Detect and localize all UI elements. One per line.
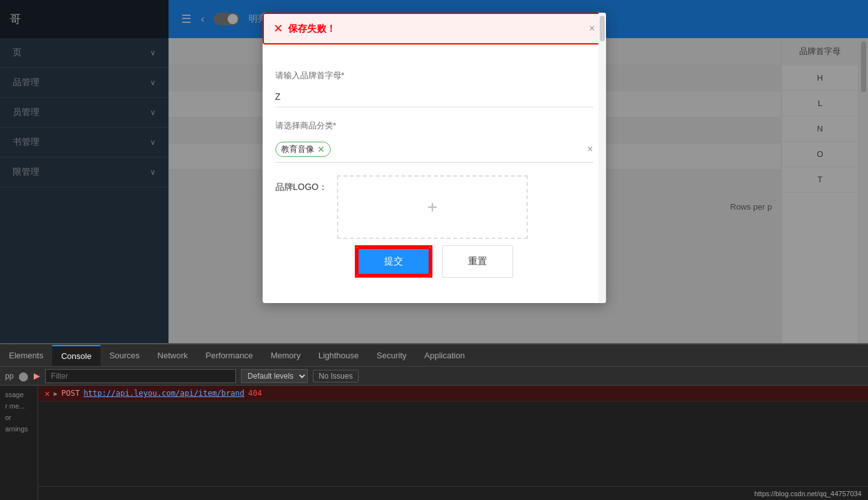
devtools-panel: Elements Console Sources Network Perform…: [0, 343, 868, 500]
console-source-label: pp: [5, 372, 13, 381]
logo-row: 品牌LOGO： +: [275, 175, 593, 239]
devtools-main: ✕ ▶ POST http://api.leyou.com/api/item/b…: [38, 386, 868, 500]
devtools-toolbar: pp ⬤ ▶ Default levels No Issues: [0, 367, 868, 386]
no-issues-button[interactable]: No Issues: [313, 370, 358, 382]
error-count: ▶: [34, 371, 40, 381]
default-levels-select[interactable]: Default levels: [241, 369, 308, 383]
page-wrapper: 哥 页 ∨ 品管理 ∨ 员管理 ∨ 书管理 ∨ 限管理 ∨: [0, 0, 868, 500]
status-url: https://blog.csdn.net/qq_44757034: [754, 490, 862, 497]
logo-label: 品牌LOGO：: [275, 175, 327, 193]
error-icon: ✕: [273, 22, 283, 36]
console-expand-arrow[interactable]: ▶: [53, 390, 57, 397]
console-url[interactable]: http://api.leyou.com/api/item/brand: [83, 389, 244, 398]
select-clear-button[interactable]: ×: [587, 144, 593, 155]
tab-memory[interactable]: Memory: [262, 346, 310, 365]
brand-letter-label: 请输入品牌首字母*: [275, 70, 593, 81]
devtools-left-panel: ssage r me... or arnings: [0, 386, 38, 500]
tab-security[interactable]: Security: [368, 346, 415, 365]
modal-overlay: ✕ 保存失败！ × 请输入品牌首字母* 请选择商品分类*: [0, 0, 868, 343]
tag-label: 教育音像: [281, 144, 314, 155]
category-select[interactable]: 教育音像 ✕ ×: [275, 137, 593, 163]
modal-body: 请输入品牌首字母* 请选择商品分类* 教育音像 ✕ ×: [263, 57, 606, 303]
reset-button[interactable]: 重置: [442, 245, 513, 278]
tab-sources[interactable]: Sources: [100, 346, 149, 365]
dlp-arnings: arnings: [0, 423, 38, 435]
devtools-status-bar: https://blog.csdn.net/qq_44757034: [38, 486, 868, 500]
dlp-or: or: [0, 412, 38, 423]
tab-elements[interactable]: Elements: [0, 346, 52, 365]
dlp-ssage: ssage: [0, 389, 38, 400]
tags-container: 教育音像 ✕: [275, 142, 331, 157]
modal-scrollbar[interactable]: [598, 13, 606, 303]
tab-lighthouse[interactable]: Lighthouse: [310, 346, 368, 365]
category-label: 请选择商品分类*: [275, 120, 593, 132]
console-status: 404: [248, 389, 262, 398]
devtools-tabs: Elements Console Sources Network Perform…: [0, 344, 868, 367]
submit-button[interactable]: 提交: [357, 247, 431, 276]
devtools-content: ✕ ▶ POST http://api.leyou.com/api/item/b…: [38, 386, 868, 486]
error-message: 保存失败！: [288, 23, 336, 35]
tab-console[interactable]: Console: [52, 345, 100, 366]
modal-dialog: ✕ 保存失败！ × 请输入品牌首字母* 请选择商品分类*: [263, 13, 606, 303]
dlp-rme: r me...: [0, 400, 38, 412]
tab-performance[interactable]: Performance: [196, 346, 261, 365]
error-alert: ✕ 保存失败！ ×: [263, 13, 606, 44]
console-error-line: ✕ ▶ POST http://api.leyou.com/api/item/b…: [38, 386, 868, 402]
logo-upload-area[interactable]: +: [337, 175, 528, 239]
upload-plus-icon: +: [427, 197, 437, 217]
console-method: POST: [61, 389, 79, 398]
tab-application[interactable]: Application: [415, 346, 474, 365]
brand-letter-input[interactable]: [275, 86, 593, 107]
category-field: 请选择商品分类* 教育音像 ✕ ×: [275, 120, 593, 163]
error-dot-icon: ⬤: [18, 371, 29, 381]
brand-letter-field: 请输入品牌首字母*: [275, 70, 593, 107]
tab-network[interactable]: Network: [149, 346, 197, 365]
error-close-button[interactable]: ×: [589, 23, 595, 34]
console-filter-input[interactable]: [45, 369, 236, 383]
button-row: 提交 重置: [275, 239, 593, 290]
tag-item: 教育音像 ✕: [275, 142, 331, 157]
submit-outline: 提交: [355, 245, 432, 278]
modal-scrollbar-thumb: [600, 16, 605, 41]
devtools-body: ssage r me... or arnings ✕ ▶ POST http:/…: [0, 386, 868, 500]
console-error-icon: ✕: [45, 388, 50, 398]
tag-remove-button[interactable]: ✕: [317, 144, 325, 154]
